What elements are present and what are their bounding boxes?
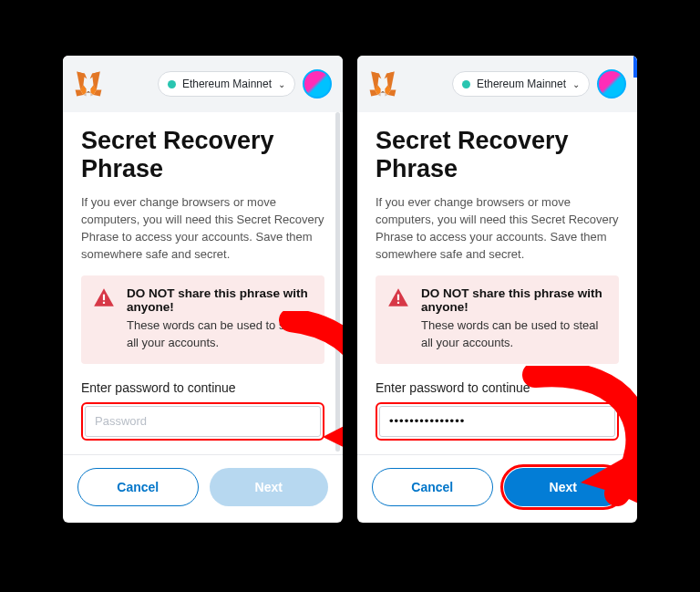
svg-rect-13 — [103, 295, 105, 301]
page-description: If you ever change browsers or move comp… — [81, 194, 324, 263]
next-button[interactable]: Next — [504, 468, 623, 506]
footer-actions: Cancel Next — [357, 454, 637, 523]
svg-marker-8 — [87, 91, 91, 93]
account-avatar[interactable] — [303, 69, 332, 99]
panel-step1: Ethereum Mainnet ⌄ Secret Recovery Phras… — [63, 56, 343, 523]
network-name: Ethereum Mainnet — [477, 78, 566, 90]
warning-icon — [386, 286, 410, 310]
password-input[interactable] — [379, 406, 615, 437]
svg-rect-14 — [103, 302, 105, 304]
warning-banner: DO NOT share this phrase with anyone! Th… — [81, 275, 324, 363]
panel-step2: Ethereum Mainnet ⌄ Secret Recovery Phras… — [357, 56, 637, 523]
warning-body: These words can be used to steal all you… — [127, 317, 314, 350]
warning-banner: DO NOT share this phrase with anyone! Th… — [376, 275, 619, 363]
metamask-logo-icon — [368, 69, 397, 99]
warning-title: DO NOT share this phrase with anyone! — [127, 286, 314, 314]
main-content: Secret Recovery Phrase If you ever chang… — [357, 112, 637, 454]
password-highlight — [81, 402, 324, 441]
network-status-icon — [462, 80, 470, 88]
svg-marker-24 — [381, 91, 386, 93]
account-avatar[interactable] — [597, 69, 626, 99]
network-selector[interactable]: Ethereum Mainnet ⌄ — [158, 71, 295, 97]
chevron-down-icon: ⌄ — [572, 79, 580, 89]
password-highlight — [376, 402, 619, 441]
app-header: Ethereum Mainnet ⌄ — [357, 56, 637, 112]
page-description: If you ever change browsers or move comp… — [376, 194, 619, 263]
cancel-button[interactable]: Cancel — [372, 468, 493, 506]
next-button-disabled: Next — [210, 468, 329, 506]
network-status-icon — [168, 80, 176, 88]
network-selector[interactable]: Ethereum Mainnet ⌄ — [452, 71, 590, 97]
page-title: Secret Recovery Phrase — [376, 127, 619, 183]
password-label: Enter password to continue — [376, 380, 619, 395]
password-label: Enter password to continue — [81, 380, 324, 395]
password-input[interactable] — [85, 406, 321, 437]
chevron-down-icon: ⌄ — [278, 79, 285, 89]
window-edge — [633, 56, 637, 78]
warning-title: DO NOT share this phrase with anyone! — [421, 286, 608, 314]
main-content: Secret Recovery Phrase If you ever chang… — [63, 112, 343, 454]
page-title: Secret Recovery Phrase — [81, 127, 324, 183]
cancel-button[interactable]: Cancel — [77, 468, 199, 506]
app-header: Ethereum Mainnet ⌄ — [63, 56, 343, 112]
svg-rect-29 — [397, 295, 399, 301]
warning-icon — [92, 286, 116, 310]
footer-actions: Cancel Next — [63, 454, 343, 523]
svg-rect-30 — [397, 302, 399, 304]
metamask-logo-icon — [74, 69, 103, 99]
network-name: Ethereum Mainnet — [182, 78, 272, 90]
warning-body: These words can be used to steal all you… — [421, 317, 608, 350]
scrollbar[interactable] — [335, 112, 340, 452]
